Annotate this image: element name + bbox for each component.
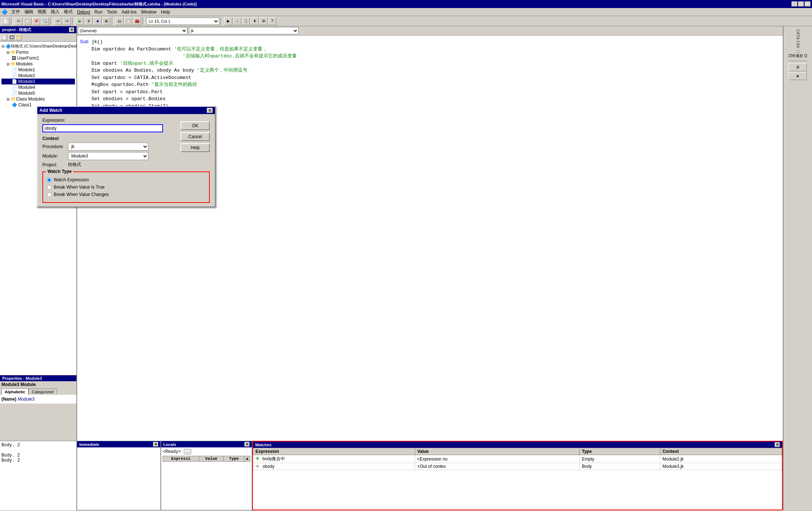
project-label: Project: (42, 162, 68, 167)
toggle-folders-btn[interactable]: 📁 (15, 34, 22, 41)
view-object-btn[interactable]: 🔲 (8, 34, 15, 41)
maximize-button[interactable]: □ (798, 1, 804, 7)
view-code-btn[interactable]: 📄 (1, 34, 7, 41)
tab-categorized[interactable]: Categorized (29, 389, 57, 395)
step-over-btn[interactable]: ⤵ (242, 17, 250, 25)
tree-root[interactable]: ⊟ 🔷 转格式 (C:\Users\Shae\Desktop\DesktopFi… (1, 43, 75, 49)
code-toolbar: (General) jk (77, 26, 783, 35)
right-btn2[interactable]: ◈ (789, 72, 807, 80)
tree-module5[interactable]: 📄 Module5 (1, 90, 75, 96)
radio-break-true: Break When Value Is True (47, 185, 205, 190)
code-line-12: Set obodies = opart.Bodies (80, 95, 780, 103)
dialog-close-btn[interactable]: ✕ (207, 108, 213, 113)
immediate-panel-close[interactable]: ✕ (153, 442, 158, 447)
procedure-select[interactable]: jk (68, 143, 148, 151)
tree-module4[interactable]: 📄 Module4 (1, 84, 75, 90)
watches-cell-type-2: Body (580, 463, 660, 470)
project-explorer-btn[interactable]: 🗂 (115, 17, 124, 25)
menu-edit[interactable]: 编辑 (22, 8, 35, 16)
tree-forms-folder[interactable]: ⊟ 📁 Forms (1, 49, 75, 55)
tree-module3[interactable]: 📄 Module3 (1, 79, 75, 84)
ok-button[interactable]: OK (181, 121, 210, 130)
close-button[interactable]: ✕ (805, 1, 811, 7)
radio-watch-expression-input[interactable] (47, 178, 52, 182)
menu-debug[interactable]: Debug (75, 9, 92, 15)
code-line-7: Set opartdoc = CATIA.ActiveDocument (80, 74, 780, 82)
menu-window[interactable]: Window (139, 9, 159, 15)
procedure-combo[interactable]: jk (189, 27, 299, 34)
menu-view[interactable]: 视图 (35, 8, 49, 16)
more-btn[interactable]: ▶ (224, 17, 232, 25)
menu-run[interactable]: Run (92, 9, 105, 15)
watch-type-group: Watch Type Watch Expression Break When V… (42, 171, 210, 203)
pause-btn[interactable]: ⏸ (85, 17, 93, 25)
watches-panel-close[interactable]: ✕ (775, 442, 780, 447)
project-panel-close[interactable]: ✕ (69, 27, 74, 32)
menu-file[interactable]: 文件 (9, 8, 22, 16)
menu-format[interactable]: 格式 (62, 8, 75, 16)
settings-btn[interactable]: ⚙ (259, 17, 267, 25)
context-combo[interactable]: (General) (78, 27, 187, 34)
sep1 (11, 18, 13, 25)
sep2 (50, 18, 53, 25)
module-select[interactable]: Module3 (68, 152, 148, 160)
toolbox-btn[interactable]: 🧰 (133, 17, 141, 25)
menu-bar: 🔷 文件 编辑 视图 插入 格式 Debug Run Tools Add-Ins… (0, 8, 812, 16)
locals-col-value: Value (199, 456, 223, 462)
help-button[interactable]: Help (181, 143, 210, 152)
copy-btn[interactable]: 📋 (23, 17, 31, 25)
design-btn[interactable]: ⊞ (102, 17, 110, 25)
menu-tools[interactable]: Tools (105, 9, 119, 15)
locals-scroll-btn[interactable]: ▲ (244, 456, 250, 462)
tab-alphabetic[interactable]: Alphabetic (1, 389, 29, 395)
title-bar-controls: _ □ ✕ (792, 1, 811, 7)
locals-ready: <Ready> ... (163, 449, 250, 454)
code-line-3: '后续输入时opartdoc.后就不会有提示它的成员变量 (80, 53, 780, 60)
watches-content: Expression Value Type Context 👁 body集合中 (253, 448, 782, 510)
right-date: 23年被折 Q (788, 53, 807, 58)
code-editor[interactable]: Sub jk() Dim opartdoc As PartDocument '也… (77, 35, 783, 441)
cut-btn[interactable]: ✂ (15, 17, 23, 25)
help-btn[interactable]: ? (268, 17, 276, 25)
tree-module2[interactable]: 📄 Module2 (1, 73, 75, 79)
paste-btn[interactable]: 📌 (32, 17, 40, 25)
radio-break-changes-input[interactable] (47, 192, 52, 197)
tree-module1[interactable]: 📄 Module1 (1, 67, 75, 73)
locals-panel-close[interactable]: ✕ (244, 442, 250, 447)
menu-insert[interactable]: 插入 (49, 8, 62, 16)
immediate-panel-content[interactable] (77, 447, 160, 510)
properties-btn[interactable]: 📋 (124, 17, 132, 25)
run-btn[interactable]: ▶ (76, 17, 84, 25)
step-out-btn[interactable]: ⬆ (251, 17, 259, 25)
right-btn1[interactable]: ⊞ (789, 63, 807, 71)
tree-modules-folder[interactable]: ⊟ 📁 Modules (1, 61, 75, 67)
locals-col-type: Type (224, 456, 244, 462)
sep3 (72, 18, 75, 25)
step-into-btn[interactable]: ↓ (233, 17, 241, 25)
cancel-button[interactable]: Cancel (181, 132, 210, 141)
menu-help[interactable]: Help (159, 9, 172, 15)
tree-classmodules-folder[interactable]: ⊟ 📁 Class Modules (1, 96, 75, 102)
minimize-button[interactable]: _ (792, 1, 797, 7)
expression-input[interactable] (42, 124, 163, 132)
watches-row-2[interactable]: 👁 obody <Out of contex Body Module3.jk (253, 463, 782, 470)
prop-name-label: (Name) (1, 397, 16, 402)
menu-addins[interactable]: Add-Ins (119, 9, 139, 15)
new-btn[interactable]: 📄 (1, 17, 10, 25)
find-btn[interactable]: 🔍 (41, 17, 49, 25)
stop-btn[interactable]: ■ (94, 17, 102, 25)
position-combo[interactable]: Ln 15, Col 1 (146, 18, 219, 25)
watches-col-expression: Expression (253, 448, 415, 455)
undo-btn[interactable]: ↩ (54, 17, 62, 25)
locals-panel: Locals ✕ <Ready> ... Expressi Value Type… (161, 441, 252, 510)
radio-break-true-input[interactable] (47, 185, 52, 190)
watches-cell-value-2: <Out of contex (415, 463, 580, 470)
sep5 (143, 18, 145, 25)
watches-cell-expression-2: 👁 obody (253, 463, 415, 470)
watches-row-1[interactable]: 👁 body集合中 <Expression no Empty Module2.j… (253, 455, 782, 463)
watches-cell-value-1: <Expression no (415, 455, 580, 463)
locals-more-btn[interactable]: ... (184, 449, 191, 454)
redo-btn[interactable]: ↪ (63, 17, 71, 25)
tree-userform1[interactable]: 🖼 UserForm1 (1, 55, 75, 61)
watches-cell-expression-1: 👁 body集合中 (253, 455, 415, 463)
